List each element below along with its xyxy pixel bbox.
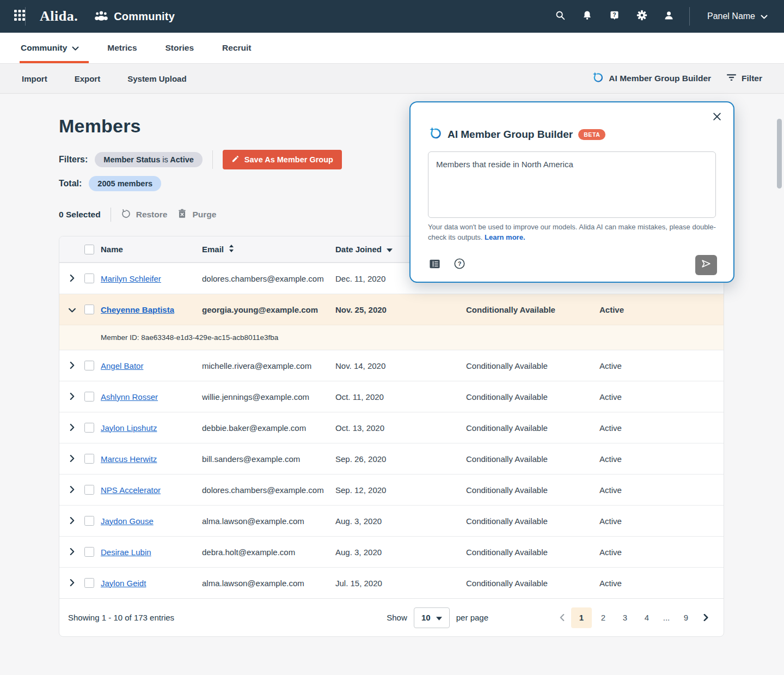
expand-row-button[interactable] [70,392,75,402]
member-availability: Conditionally Available [466,579,599,588]
page-size-select[interactable]: 10 [414,607,450,628]
row-checkbox[interactable] [84,516,94,526]
notifications-button[interactable] [580,9,595,23]
page-button-4[interactable]: 4 [636,607,657,628]
row-checkbox[interactable] [84,578,94,588]
row-checkbox[interactable] [84,361,94,370]
member-name-link[interactable]: Marilyn Schleifer [101,274,202,283]
divider [212,150,213,169]
expand-row-button[interactable] [70,516,75,526]
search-icon [554,9,566,23]
purge-button[interactable]: Purge [177,209,216,221]
system-upload-button[interactable]: System Upload [127,74,186,83]
page-button-9[interactable]: 9 [676,607,696,628]
member-availability: Conditionally Available [466,548,599,557]
dialog-help-button[interactable]: ? [454,258,465,272]
filter-button[interactable]: Filter [726,74,762,83]
filter-chip-value: Active [170,155,194,164]
page-scrollbar-thumb[interactable] [777,119,782,188]
next-page-button[interactable] [697,607,714,628]
member-email: debra.holt@example.com [202,548,335,557]
member-name-link[interactable]: Cheyenne Baptista [101,305,202,314]
tab-metrics[interactable]: Metrics [107,33,137,63]
expand-row-button[interactable] [70,454,75,464]
member-name-link[interactable]: Jaylon Geidt [101,579,202,588]
settings-button[interactable] [635,9,649,23]
row-checkbox[interactable] [84,485,94,495]
row-checkbox[interactable] [84,273,94,283]
row-checkbox[interactable] [84,454,94,464]
dialog-close-button[interactable] [712,111,722,124]
previous-page-button[interactable] [554,607,570,628]
help-bubble-icon: ? [609,10,620,23]
sort-desc-icon [387,245,393,254]
expand-row-button[interactable] [70,361,75,370]
tab-community[interactable]: Community [21,33,79,63]
row-checkbox[interactable] [84,423,94,433]
save-as-member-group-button[interactable]: Save As Member Group [223,150,342,169]
member-date-joined: Sep. 26, 2020 [335,454,466,464]
ai-prompt-input[interactable]: Members that reside in North America [428,151,716,218]
row-checkbox[interactable] [84,392,94,402]
show-label: Show [387,613,407,622]
sort-icon [229,245,234,254]
tab-recruit[interactable]: Recruit [222,33,251,63]
table-row: Jaylon Lipshutz debbie.baker@example.com… [59,412,724,443]
member-email: debbie.baker@example.com [202,423,335,433]
panel-selector[interactable]: Panel Name [707,11,768,21]
tab-stories[interactable]: Stories [166,33,194,63]
alida-logo: Alida. [40,8,78,25]
chevron-down-icon [761,11,768,21]
members-toolbar: Import Export System Upload AI Member Gr… [0,64,784,94]
filter-label: Filter [742,74,762,83]
member-date-joined: Oct. 11, 2020 [335,392,466,402]
member-status: Active [599,548,724,557]
divider [111,208,111,222]
ai-member-group-builder-dialog: AI Member Group Builder BETA Members tha… [409,101,734,283]
table-row: Desirae Lubin debra.holt@example.com Aug… [59,536,724,567]
restore-button[interactable]: Restore [121,209,168,221]
member-status: Active [599,305,724,314]
page-button-1[interactable]: 1 [571,607,592,628]
account-button[interactable] [662,9,676,23]
expand-row-button[interactable] [70,548,75,557]
member-name-link[interactable]: Marcus Herwitz [101,454,202,464]
row-checkbox[interactable] [84,547,94,557]
svg-text:?: ? [613,11,616,17]
send-prompt-button[interactable] [695,255,717,275]
member-name-link[interactable]: Jaydon Gouse [101,516,202,526]
app-launcher-button[interactable] [14,10,25,23]
member-name-link[interactable]: Ashlynn Rosser [101,392,202,402]
member-email: dolores.chambers@example.com [202,274,335,283]
chevron-down-icon [436,613,442,622]
filter-chip[interactable]: Member Status is Active [95,152,203,167]
search-button[interactable] [553,9,567,23]
member-name-link[interactable]: NPS Accelerator [101,485,202,495]
expand-row-button[interactable] [70,274,75,283]
top-app-bar: Alida. Community [0,0,784,33]
expand-row-button[interactable] [70,485,75,495]
ai-member-group-builder-button[interactable]: AI Member Group Builder [591,71,711,86]
export-button[interactable]: Export [75,74,101,83]
member-availability: Conditionally Available [466,516,599,526]
page-button-3[interactable]: 3 [615,607,635,628]
panel-name-label: Panel Name [707,11,755,21]
member-id-text: Member ID: 8ae63348-e1d3-429e-ac15-acb80… [101,333,278,342]
member-name-link[interactable]: Angel Bator [101,361,202,370]
expand-row-button[interactable] [70,579,75,588]
expand-row-button[interactable] [70,423,75,433]
member-name-link[interactable]: Jaylon Lipshutz [101,423,202,433]
row-checkbox[interactable] [84,305,94,314]
column-header-email[interactable]: Email [202,245,335,254]
learn-more-link[interactable]: Learn more. [485,233,525,241]
member-availability: Conditionally Available [466,305,599,314]
member-name-link[interactable]: Desirae Lubin [101,548,202,557]
select-all-checkbox[interactable] [84,245,94,254]
per-page-label: per page [456,613,488,622]
saved-prompts-button[interactable] [429,259,440,271]
table-row: Ashlynn Rosser willie.jennings@example.c… [59,381,724,412]
import-button[interactable]: Import [22,74,47,83]
help-button[interactable]: ? [608,9,622,23]
collapse-row-button[interactable] [69,305,76,314]
page-button-2[interactable]: 2 [593,607,614,628]
